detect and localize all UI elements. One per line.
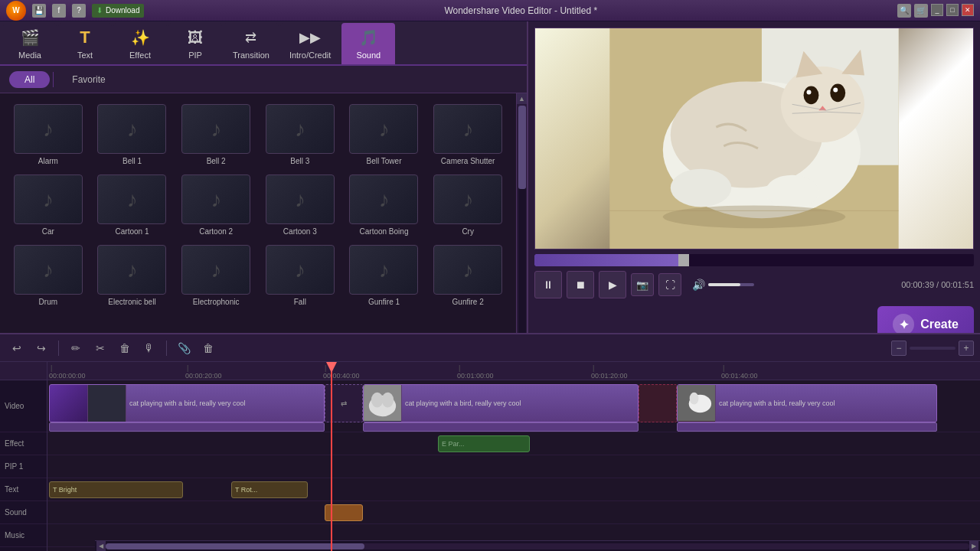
minimize-button[interactable]: _ xyxy=(931,4,943,16)
sound-track xyxy=(47,501,980,524)
sound-item-cartoon-1[interactable]: Cartoon 1 xyxy=(90,170,175,240)
stop-button[interactable]: ⏹ xyxy=(567,271,594,298)
scroll-thumb xyxy=(518,106,526,189)
text-clip-1[interactable]: T Bright xyxy=(49,481,183,498)
sound-item-bell-2[interactable]: Bell 2 xyxy=(174,99,258,170)
sound-item-camera-shutter[interactable]: Camera Shutter xyxy=(426,99,510,170)
close-button[interactable]: ✕ xyxy=(962,4,974,16)
scroll-up-arrow[interactable]: ▲ xyxy=(517,93,528,104)
delete-button[interactable]: 🗑 xyxy=(114,337,136,359)
sound-item-cry[interactable]: Cry xyxy=(426,170,510,240)
snapshot-button[interactable]: 📷 xyxy=(631,273,654,296)
cut-button[interactable]: ✂ xyxy=(90,337,111,359)
download-button[interactable]: ⬇ Download xyxy=(92,4,144,18)
save-icon[interactable]: 💾 xyxy=(32,4,46,18)
create-label: Create xyxy=(920,318,959,331)
tab-sound[interactable]: 🎵 Sound xyxy=(341,23,395,64)
sound-item-label: Cartoon 2 xyxy=(199,227,233,236)
sound-item-label: Cry xyxy=(462,227,474,236)
clip-text-2: cat playing with a bird, really very coo… xyxy=(402,399,524,407)
tab-text[interactable]: T Text xyxy=(58,23,112,64)
facebook-icon[interactable]: f xyxy=(52,4,66,18)
sound-tab-icon: 🎵 xyxy=(357,26,380,49)
zoom-in-button[interactable]: + xyxy=(959,341,974,356)
video-clip-2-audio xyxy=(363,422,639,432)
filter-favorite-button[interactable]: Favorite xyxy=(57,71,120,88)
play-button[interactable]: ▶ xyxy=(599,271,626,298)
sound-thumb xyxy=(97,245,166,295)
video-clip-2[interactable]: cat playing with a bird, really very coo… xyxy=(363,384,639,422)
intro-tab-label: Intro/Credit xyxy=(289,51,331,60)
restore-button[interactable]: □ xyxy=(946,4,959,16)
progress-handle[interactable] xyxy=(678,254,689,266)
sound-item-electrophonic[interactable]: Electrophonic xyxy=(174,240,258,311)
volume-slider[interactable] xyxy=(708,283,754,286)
sound-item-bell-3[interactable]: Bell 3 xyxy=(258,99,342,170)
tab-bar: 🎬 Media T Text ✨ Effect 🖼 PIP ⇄ Transiti… xyxy=(0,21,527,66)
transition-clip-2[interactable] xyxy=(639,384,677,422)
sound-item-label: Gunfire 1 xyxy=(368,298,400,306)
filter-separator xyxy=(53,72,54,87)
sound-item-gunfire-2[interactable]: Gunfire 2 xyxy=(426,240,510,311)
search-icon[interactable]: 🔍 xyxy=(897,4,911,18)
filter-all-button[interactable]: All xyxy=(9,71,50,88)
text-tab-label: Text xyxy=(77,51,93,60)
timeline-horizontal-scrollbar[interactable]: ◀ ▶ xyxy=(95,540,980,551)
sound-item-car[interactable]: Car xyxy=(6,170,90,240)
ruler-tick-4: 00:01:20:00 xyxy=(591,364,628,380)
redo-button[interactable]: ↪ xyxy=(31,337,52,359)
sound-track-label: Sound xyxy=(0,501,47,524)
pip-track-label: PIP 1 xyxy=(0,455,47,478)
effect-clip-1[interactable]: E Par... xyxy=(438,435,530,452)
create-icon: ✦ xyxy=(893,314,914,335)
sound-tab-label: Sound xyxy=(356,51,381,60)
clip-text-3: cat playing with a bird, really very coo… xyxy=(716,399,838,407)
sound-item-bell-1[interactable]: Bell 1 xyxy=(90,99,175,170)
sound-thumb xyxy=(433,104,502,154)
playhead[interactable] xyxy=(331,362,332,551)
text-clip-2[interactable]: T Rot... xyxy=(231,481,308,498)
progress-bar[interactable] xyxy=(534,254,974,266)
clip-text-1: cat playing with a bird, really very coo… xyxy=(126,399,249,407)
scrollbar-track[interactable] xyxy=(106,543,969,549)
tab-effect[interactable]: ✨ Effect xyxy=(113,23,167,64)
sound-item-alarm[interactable]: Alarm xyxy=(6,99,90,170)
fullscreen-button[interactable]: ⛶ xyxy=(658,273,681,296)
toolbar-separator-2 xyxy=(166,341,167,356)
sound-item-label: Car xyxy=(42,227,54,236)
sound-item-electronic-bell[interactable]: Electronic bell xyxy=(90,240,175,311)
sound-item-label: Bell 1 xyxy=(122,157,142,165)
undo-button[interactable]: ↩ xyxy=(6,337,28,359)
sound-item-gunfire-1[interactable]: Gunfire 1 xyxy=(342,240,426,311)
zoom-slider[interactable] xyxy=(910,347,956,350)
tab-media[interactable]: 🎬 Media xyxy=(3,23,57,64)
sound-thumb xyxy=(97,104,166,154)
pause-button[interactable]: ⏸ xyxy=(534,271,562,298)
detach-audio-button[interactable]: 📎 xyxy=(173,337,194,359)
edit-button[interactable]: ✏ xyxy=(65,337,87,359)
sound-item-cartoon-3[interactable]: Cartoon 3 xyxy=(258,170,342,240)
zoom-out-button[interactable]: − xyxy=(891,341,906,356)
timeline-toolbar: ↩ ↪ ✏ ✂ 🗑 🎙 📎 🗑 − + xyxy=(0,334,980,362)
sound-item-cartoon-2[interactable]: Cartoon 2 xyxy=(174,170,258,240)
scroll-left-arrow[interactable]: ◀ xyxy=(96,541,106,552)
tab-intro-credit[interactable]: ▶▶ Intro/Credit xyxy=(280,23,340,64)
sound-item-drum[interactable]: Drum xyxy=(6,240,90,311)
svg-point-5 xyxy=(766,175,819,209)
record-button[interactable]: 🎙 xyxy=(139,337,160,359)
sound-item-cartoon-boing[interactable]: Cartoon Boing xyxy=(342,170,426,240)
remove-effects-button[interactable]: 🗑 xyxy=(198,337,219,359)
sound-thumb xyxy=(349,174,418,224)
tab-pip[interactable]: 🖼 PIP xyxy=(168,23,222,64)
help-icon[interactable]: ? xyxy=(72,4,86,18)
transition-tab-label: Transition xyxy=(233,51,270,60)
video-clip-1[interactable]: cat playing with a bird, really very coo… xyxy=(49,384,325,422)
sound-item-bell-tower[interactable]: Bell Tower xyxy=(342,99,426,170)
tab-transition[interactable]: ⇄ Transition xyxy=(224,23,279,64)
titlebar-left: W 💾 f ? ⬇ Download xyxy=(6,1,144,21)
sound-item-fall[interactable]: Fall xyxy=(258,240,342,311)
scroll-right-arrow[interactable]: ▶ xyxy=(969,541,978,552)
video-clip-3[interactable]: cat playing with a bird, really very coo… xyxy=(677,384,937,422)
shop-icon[interactable]: 🛒 xyxy=(914,4,928,18)
sound-item-label: Bell 3 xyxy=(290,157,309,165)
